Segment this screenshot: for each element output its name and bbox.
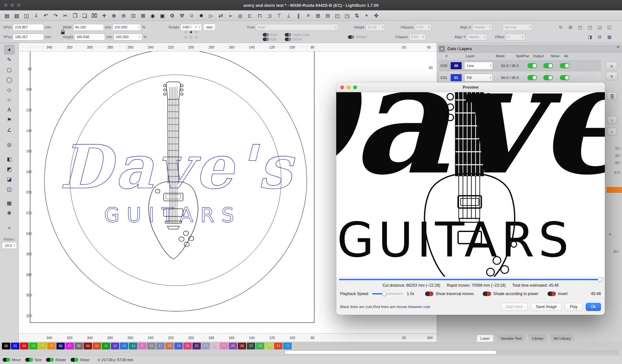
palette-swatch[interactable]: 19	[174, 343, 183, 349]
toggle-move[interactable]	[3, 358, 10, 362]
palette-swatch[interactable]: T1	[274, 343, 282, 349]
clipped-spinbox[interactable]: ds▴▾	[613, 249, 619, 253]
pan-icon[interactable]: ✛	[100, 11, 109, 20]
tools-icon[interactable]: ⚒	[178, 11, 186, 20]
dock-layout-3-icon[interactable]: ◲	[596, 23, 603, 31]
align-bottom-icon[interactable]: ⊥	[284, 11, 293, 20]
align-left-icon[interactable]: ⊏	[246, 11, 254, 20]
palette-swatch[interactable]: 23	[211, 343, 219, 349]
tab-art-library[interactable]: Art Library	[550, 335, 574, 342]
progress-knob[interactable]	[598, 277, 602, 282]
offset-input[interactable]: 0▴▾	[506, 34, 525, 40]
palette-swatch[interactable]: 14	[129, 343, 137, 349]
chevron-down-icon[interactable]: ▴▾	[336, 26, 337, 29]
palette-swatch[interactable]: 05	[47, 343, 56, 349]
palette-swatch[interactable]: 21	[192, 343, 201, 349]
horizontal-scrollbar[interactable]	[283, 350, 619, 355]
stepper-icon[interactable]: ▴▾	[620, 154, 621, 157]
select-tool[interactable]: ➤	[4, 45, 15, 54]
layer-row[interactable]: C01 01 Fill▴▾ 50.0 / 35.0	[439, 72, 601, 83]
tab-laser[interactable]: Laser	[477, 335, 494, 342]
show-toggle[interactable]	[543, 75, 553, 80]
more-tools-chevron-icon[interactable]: »	[617, 44, 619, 49]
crosshair-icon[interactable]: ✜	[372, 11, 381, 20]
stepper-icon[interactable]: ▴▾	[618, 250, 619, 253]
window-split-icon[interactable]: ◨	[586, 33, 593, 41]
palette-swatch[interactable]: 07	[65, 343, 74, 349]
palette-swatch[interactable]: 11	[102, 343, 110, 349]
output-toggle[interactable]	[527, 75, 537, 80]
stepper-icon[interactable]: ▴▾	[138, 26, 139, 29]
xpos-input[interactable]: 219.857	[13, 24, 44, 31]
camera-sync-icon[interactable]: ↻	[557, 23, 564, 31]
dock-layout-4-icon[interactable]: ◱	[606, 23, 613, 31]
frame-icon[interactable]: ⊡	[129, 11, 138, 20]
ungroup-icon[interactable]: ⊟	[323, 11, 332, 20]
palette-swatch[interactable]: 26	[238, 343, 246, 349]
align-y-select[interactable]: Middle▴▾	[467, 34, 487, 40]
playback-speed-slider[interactable]	[372, 292, 403, 296]
group-icon[interactable]: ⊞	[314, 11, 322, 20]
palette-swatch[interactable]: 24	[220, 343, 228, 349]
palette-swatch[interactable]: 13	[120, 343, 128, 349]
align-top-icon[interactable]: ⊤	[275, 11, 283, 20]
air-toggle[interactable]	[560, 75, 570, 80]
undo-icon[interactable]: ↶	[41, 11, 50, 20]
palette-swatch[interactable]: 08	[75, 343, 83, 349]
measure-tool[interactable]: ∠	[4, 125, 15, 135]
start-icon[interactable]: ▷	[207, 11, 215, 20]
distribute-h-icon[interactable]: ∥	[294, 11, 303, 20]
ok-button[interactable]: Ok	[586, 303, 601, 311]
scrollbar-thumb[interactable]	[284, 350, 497, 354]
font-height-input[interactable]: 25.00▴▾	[365, 24, 385, 31]
show-toggle[interactable]	[543, 63, 553, 68]
mirror-icon[interactable]: ⇄	[216, 11, 225, 20]
layer-row[interactable]: C00 00 Line▴▾ 50.0 / 35.0	[439, 60, 601, 71]
anchor-grid[interactable]	[183, 24, 199, 40]
toggle-rotate[interactable]	[46, 358, 54, 362]
position-icon[interactable]: ⌖	[362, 11, 371, 20]
chevron-down-icon[interactable]: ▴▾	[530, 26, 531, 29]
palette-swatch[interactable]: 18	[165, 343, 174, 349]
draw-tool[interactable]: ✎	[4, 55, 15, 64]
users-icon[interactable]: ☻	[197, 11, 206, 20]
slider-knob[interactable]	[382, 292, 386, 296]
stepper-icon[interactable]: ▴▾	[382, 26, 383, 29]
radius-input[interactable]: 10.0▴▾	[2, 242, 17, 249]
focus-icon[interactable]: ◎	[236, 11, 245, 20]
mode-select[interactable]: Fill▴▾	[464, 74, 493, 82]
toggle-show-traversal[interactable]	[425, 292, 433, 296]
output-toggle[interactable]	[527, 63, 537, 68]
ypos-input[interactable]: 186.257	[13, 34, 44, 40]
import-icon[interactable]: ⇩	[32, 11, 40, 20]
window-stack-icon[interactable]: ⊟	[596, 33, 603, 41]
italic-toggle[interactable]	[263, 38, 269, 41]
polygon-tool[interactable]: ◇	[4, 85, 15, 94]
palette-swatch[interactable]: 01	[11, 343, 19, 349]
open-file-icon[interactable]: ▧	[12, 11, 21, 20]
clipped-spinbox[interactable]: 00▴▾	[615, 161, 621, 165]
chevron-down-icon[interactable]: ▴▾	[484, 35, 485, 39]
rect-tool[interactable]: ▢	[4, 65, 15, 74]
palette-swatch[interactable]: 27	[247, 343, 255, 349]
palette-swatch[interactable]: 22	[202, 343, 210, 349]
position-tool[interactable]: ⚑	[4, 115, 15, 125]
align-right-icon[interactable]: ⊐	[265, 11, 274, 20]
send-icon[interactable]: ➢	[226, 11, 235, 20]
palette-swatch[interactable]: 09	[84, 343, 92, 349]
star-tool[interactable]: ☆	[4, 95, 15, 105]
align-x-select[interactable]: Middle▴▾	[472, 24, 492, 31]
palette-swatch[interactable]: 20	[183, 343, 192, 349]
zoom-in-icon[interactable]: ⊕	[109, 11, 118, 20]
play-button[interactable]: Play	[565, 303, 582, 311]
lock-aspect-icon[interactable]	[60, 29, 66, 36]
weld-tool[interactable]: ◧	[4, 154, 15, 164]
palette-swatch[interactable]: 06	[56, 343, 65, 349]
intersect-tool[interactable]: ◪	[4, 174, 15, 184]
clipped-spinbox[interactable]: 00▴▾	[615, 154, 621, 158]
stepper-icon[interactable]: ▴▾	[620, 147, 621, 150]
copy-icon[interactable]: ❐	[71, 11, 79, 20]
distribute-v-icon[interactable]: ≡	[304, 11, 313, 20]
palette-swatch[interactable]: 12	[111, 343, 119, 349]
layer-color-badge[interactable]: 01	[451, 74, 462, 81]
